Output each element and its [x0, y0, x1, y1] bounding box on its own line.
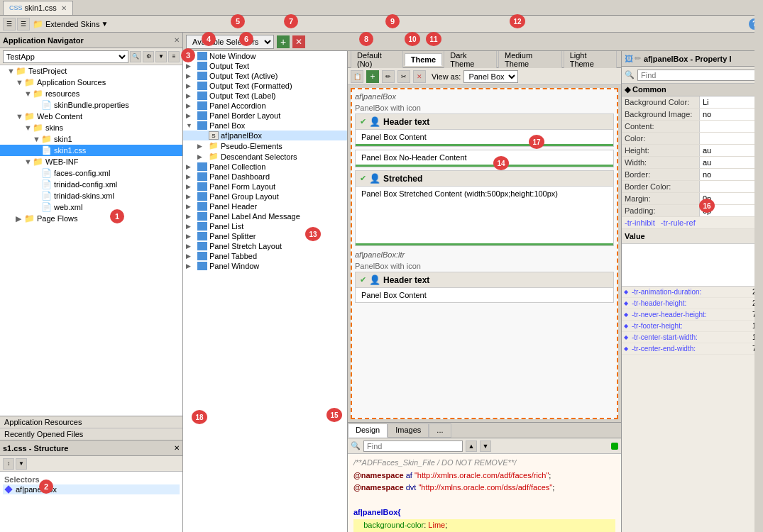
- tab-dark-theme[interactable]: Dark Theme: [444, 51, 497, 70]
- sel-panel-group-layout[interactable]: ▶ Panel Group Layout: [183, 192, 347, 201]
- preview-btn-edit[interactable]: ✏: [382, 70, 395, 83]
- pi-tr-inhibit[interactable]: -tr-inhibit: [622, 217, 658, 228]
- expand-icon: ▶: [186, 253, 197, 260]
- sel-panel-label-message[interactable]: ▶ Panel Label And Message: [183, 211, 347, 221]
- expand-icon: ▶: [186, 163, 197, 170]
- pi-value-area[interactable]: [622, 244, 763, 287]
- folder-icon: 📁: [33, 89, 43, 99]
- code-scroll-down[interactable]: ▼: [480, 440, 491, 452]
- tree-item-trinidadskins[interactable]: 📄 trinidad-skins.xml: [0, 190, 182, 201]
- pi-value-width[interactable]: au: [700, 157, 763, 168]
- code-tab-images[interactable]: Images: [388, 423, 429, 438]
- nav-btn3[interactable]: ▼: [155, 51, 167, 62]
- pi-tr-never-header: ◆ -tr-never-header-height: 7p: [622, 309, 763, 321]
- nav-btn4[interactable]: ≡: [168, 51, 180, 62]
- sel-panel-accordion[interactable]: ▶ Panel Accordion: [183, 101, 347, 111]
- tree-item-pageflows[interactable]: ▶ 📁 Page Flows: [0, 213, 182, 224]
- file-icon: 📄: [41, 100, 52, 110]
- extended-skins-bar: ☰ ☰ 📁 Extended Skins ▼ ?: [0, 16, 763, 33]
- tree-item-appsources[interactable]: ▼ 📁 Application Sources: [0, 77, 182, 88]
- tab-light-theme[interactable]: Light Theme: [564, 51, 617, 70]
- sel-panel-border-layout[interactable]: ▶ Panel Border Layout: [183, 111, 347, 121]
- sel-panel-header[interactable]: ▶ Panel Header: [183, 201, 347, 211]
- tree-item-skin1css[interactable]: 📄 skin1.css: [0, 145, 182, 156]
- tree-item-webinf[interactable]: ▼ 📁 WEB-INF: [0, 156, 182, 167]
- preview-btn-cut[interactable]: ✂: [397, 70, 410, 83]
- toggle-panel-btn[interactable]: ☰: [3, 18, 16, 31]
- tab-theme[interactable]: Theme: [405, 53, 442, 66]
- code-tab-design[interactable]: Design: [348, 423, 388, 438]
- expand-icon: ▶: [186, 62, 197, 70]
- sel-panel-stretch-layout[interactable]: ▶ Panel Stretch Layout: [183, 241, 347, 251]
- sel-output-text[interactable]: ▶ Output Text: [183, 61, 347, 71]
- pi-value-border[interactable]: no: [700, 169, 763, 180]
- code-scroll-up[interactable]: ▲: [466, 440, 477, 452]
- code-tab-more[interactable]: ...: [429, 423, 451, 438]
- sel-label: Panel Window: [209, 262, 259, 270]
- sel-panel-dashboard[interactable]: ▶ Panel Dashboard: [183, 172, 347, 182]
- available-selectors-dropdown[interactable]: Available Selectors: [186, 35, 274, 49]
- code-find-input[interactable]: [363, 440, 463, 452]
- sel-output-formatted[interactable]: ▶ Output Text (Formatted): [183, 81, 347, 91]
- tab-skin1css[interactable]: CSS skin1.css ✕: [3, 1, 73, 15]
- extended-skins-dropdown[interactable]: ▼: [101, 20, 108, 28]
- navigator-title: Application Navigator: [3, 36, 84, 45]
- pi-value-bgimage[interactable]: no: [700, 109, 763, 120]
- nav-btn1[interactable]: 🔍: [130, 51, 141, 62]
- pi-value-content[interactable]: [700, 121, 763, 132]
- struct-btn2[interactable]: ▼: [16, 458, 27, 470]
- sel-panel-form-layout[interactable]: ▶ Panel Form Layout: [183, 182, 347, 192]
- tree-item-trinidadconfig[interactable]: 📄 trinidad-config.xml: [0, 179, 182, 190]
- sel-panel-tabbed[interactable]: ▶ Panel Tabbed: [183, 251, 347, 261]
- sel-descendant[interactable]: ▶ 📁 Descendant Selectors: [183, 151, 347, 162]
- sel-afpanelbox[interactable]: S af|panelBox: [183, 131, 347, 140]
- tree-item-resources[interactable]: ▼ 📁 resources: [0, 88, 182, 99]
- struct-btn1[interactable]: ↕: [3, 458, 14, 470]
- sel-output-label[interactable]: ▶ Output Text (Label): [183, 91, 347, 101]
- panel-box-noheader-divider: [356, 165, 613, 167]
- sel-panel-box[interactable]: ▼ Panel Box: [183, 121, 347, 131]
- pi-value-height[interactable]: au: [700, 145, 763, 156]
- preview-btn-copy[interactable]: 📋: [351, 70, 363, 83]
- pi-value-bgcolor[interactable]: Li: [700, 96, 763, 108]
- add-selector-btn[interactable]: +: [277, 35, 290, 48]
- pi-advanced-section: ◆ -tr-animation-duration: 20 ◆ -tr-heade…: [622, 287, 763, 355]
- navigator-close[interactable]: ✕: [174, 36, 180, 44]
- pi-find-input[interactable]: [637, 70, 760, 81]
- toggle-panel-btn2[interactable]: ☰: [17, 18, 30, 31]
- pi-value-bordercolor[interactable]: [700, 181, 763, 192]
- structure-close[interactable]: ✕: [174, 444, 180, 452]
- sel-note-window[interactable]: ▶ Note Window: [183, 51, 347, 61]
- structure-selector-item[interactable]: af|panelBox: [3, 484, 180, 494]
- sel-output-text-active[interactable]: ▶ Output Text (Active): [183, 71, 347, 81]
- tree-item-facesconfig[interactable]: 📄 faces-config.xml: [0, 167, 182, 179]
- sel-panel-list[interactable]: ▶ Panel List: [183, 221, 347, 231]
- app-dropdown[interactable]: TestApp: [3, 50, 128, 63]
- sel-pseudo-elements[interactable]: ▶ 📁 Pseudo-Elements: [183, 140, 347, 151]
- tree-item-skins[interactable]: ▼ 📁 skins: [0, 122, 182, 133]
- tab-medium-theme[interactable]: Medium Theme: [498, 51, 562, 70]
- tab-default-no[interactable]: Default (No): [351, 51, 403, 70]
- tree-item-webxml[interactable]: 📄 web.xml: [0, 201, 182, 213]
- recently-opened-item[interactable]: Recently Opened Files: [0, 428, 182, 440]
- preview-btn-del[interactable]: ✕: [413, 70, 426, 83]
- tree-item-webcontent[interactable]: ▼ 📁 Web Content: [0, 111, 182, 122]
- tab-skin1css-close[interactable]: ✕: [61, 4, 67, 12]
- view-as-select[interactable]: Panel Box: [463, 70, 518, 83]
- tree-item-skinbundle[interactable]: 📄 skinBundle.properties: [0, 99, 182, 111]
- preview-btn-add[interactable]: +: [366, 70, 379, 83]
- app-resources-item[interactable]: Application Resources: [0, 416, 182, 428]
- sel-panel-splitter[interactable]: ▶ Panel Splitter: [183, 231, 347, 241]
- pi-toolbar: 🔍: [622, 67, 763, 84]
- pi-tr-rule-ref[interactable]: -tr-rule-ref: [658, 217, 698, 228]
- tree-item-skin1[interactable]: ▼ 📁 skin1: [0, 133, 182, 145]
- pi-value-color[interactable]: [700, 133, 763, 144]
- delete-selector-btn[interactable]: ✕: [292, 35, 305, 48]
- sel-panel-window[interactable]: ▶ Panel Window: [183, 261, 347, 271]
- nav-btn2[interactable]: ⚙: [143, 51, 154, 62]
- pi-label-margin: Margin:: [622, 193, 700, 204]
- tree-item-testproject[interactable]: ▼ 📁 TestProject: [0, 65, 182, 77]
- pi-row-color: Color:: [622, 133, 763, 145]
- sel-panel-collection[interactable]: ▶ Panel Collection: [183, 162, 347, 172]
- expand-icon: ▶: [186, 193, 197, 200]
